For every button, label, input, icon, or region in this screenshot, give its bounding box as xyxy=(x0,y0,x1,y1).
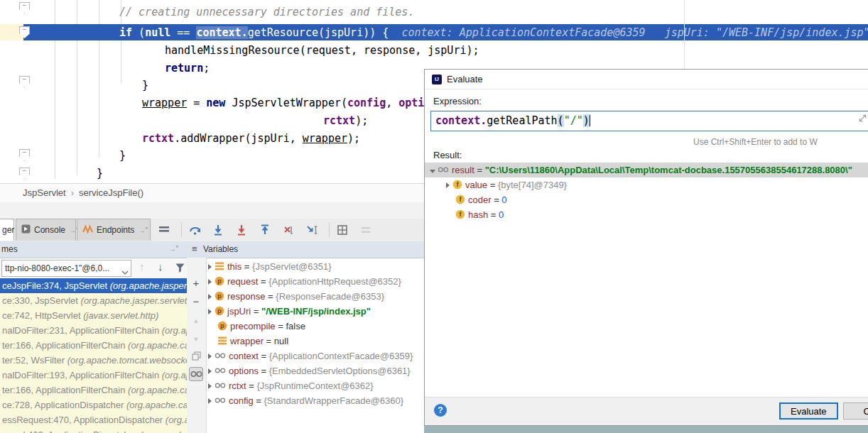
breadcrumb-item[interactable]: serviceJspFile() xyxy=(79,187,143,198)
force-step-into-icon[interactable] xyxy=(235,224,248,236)
frame-row[interactable]: essRequest:470, ApplicationDispatcher (o… xyxy=(0,412,187,427)
variable-row[interactable]: pjspUri = "/WEB-INF/jsp/index.jsp" xyxy=(207,304,424,319)
variable-row[interactable]: options = {EmbeddedServletOptions@6361} xyxy=(207,363,424,378)
expand-chevron-icon[interactable] xyxy=(208,279,212,285)
filter-icon[interactable] xyxy=(175,263,185,276)
param-icon: p xyxy=(215,291,227,302)
toolbar-separator xyxy=(181,223,182,237)
variable-row[interactable]: context = {ApplicationContextFacade@6359… xyxy=(207,349,424,363)
variable-row[interactable]: wrapper = null xyxy=(207,334,424,349)
move-up-icon[interactable]: ▲ xyxy=(189,314,203,328)
variable-row[interactable]: this = {JspServlet@6351} xyxy=(207,259,424,274)
variable-row[interactable]: config = {StandardWrapperFacade@6360} xyxy=(207,393,424,408)
code-line: if (null == context.getResource(jspUri))… xyxy=(119,25,868,40)
svg-text:p: p xyxy=(217,292,222,300)
watch-glasses-icon[interactable] xyxy=(189,367,203,381)
tab-console[interactable]: Console →″ xyxy=(16,219,76,241)
svg-text:p: p xyxy=(217,277,222,285)
expand-editor-icon[interactable] xyxy=(858,111,867,129)
result-row[interactable]: fvalue = {byte[74]@7349} xyxy=(425,177,868,192)
expand-chevron-icon[interactable] xyxy=(208,264,212,270)
tab-debugger[interactable]: ger xyxy=(0,219,14,241)
field-icon: f xyxy=(452,180,465,190)
expression-input[interactable]: context.getRealPath("/") xyxy=(430,111,868,131)
result-row[interactable]: result = "C:\Users\11860\AppData\Local\T… xyxy=(425,163,868,177)
settings-menu-icon[interactable] xyxy=(158,224,170,236)
frame-row[interactable]: rward:402, ApplicationDispatcher (org.ap… xyxy=(0,427,187,433)
field-icon: f xyxy=(455,194,468,205)
value-icon xyxy=(217,336,230,346)
variables-panel: ≡ Variables + − ▲ ▼ this = {JspServlet@6… xyxy=(187,241,424,433)
frame-row[interactable]: ce:742, HttpServlet (javax.servlet.http) xyxy=(0,308,187,323)
result-row[interactable]: fhash = 0 xyxy=(425,207,868,222)
expand-chevron-icon[interactable] xyxy=(208,368,212,374)
background-strip xyxy=(424,426,868,433)
expand-chevron-icon[interactable] xyxy=(446,182,450,188)
tab-endpoints[interactable]: Endpoints →″ xyxy=(77,219,151,241)
evaluate-dialog: IJ Evaluate Expression: context.getRealP… xyxy=(424,69,868,426)
expand-chevron-icon[interactable] xyxy=(208,309,212,314)
dialog-title-bar[interactable]: IJ Evaluate xyxy=(425,70,868,89)
watch-icon xyxy=(438,165,452,175)
panel-menu-icon[interactable]: ≡ xyxy=(192,243,197,254)
frame-row[interactable]: ter:166, ApplicationFilterChain (org.apa… xyxy=(0,338,187,353)
thread-selector-value: ttp-nio-8080-exec-1"@6,0... xyxy=(5,263,109,273)
move-down-icon[interactable]: ▼ xyxy=(189,332,203,346)
result-row[interactable]: fcoder = 0 xyxy=(425,192,868,207)
watch-icon xyxy=(215,366,229,376)
gear-icon xyxy=(857,78,868,93)
result-label: Result: xyxy=(433,150,462,160)
variable-row[interactable]: rctxt = {JspRuntimeContext@6362} xyxy=(207,378,424,393)
dialog-title: Evaluate xyxy=(447,74,483,84)
layout-icon[interactable] xyxy=(359,224,372,236)
console-icon xyxy=(21,224,31,236)
step-into-icon[interactable] xyxy=(212,224,224,236)
code-line: } xyxy=(119,148,126,163)
variables-tree: this = {JspServlet@6351}prequest = {Appl… xyxy=(207,258,424,433)
expand-chevron-icon[interactable] xyxy=(430,170,435,173)
gear-icon xyxy=(857,41,868,56)
tab-endpoints-label: Endpoints xyxy=(97,225,134,235)
down-arrow-icon[interactable]: ↓ xyxy=(158,261,163,273)
text-caret xyxy=(590,115,590,126)
expand-chevron-icon[interactable] xyxy=(208,353,212,359)
code-line: rctxt); xyxy=(323,113,368,128)
variable-row[interactable]: pprecompile = false xyxy=(207,319,424,334)
drop-frame-icon[interactable] xyxy=(282,224,295,236)
result-tree: result = "C:\Users\11860\AppData\Local\T… xyxy=(425,163,868,397)
expand-chevron-icon[interactable] xyxy=(208,294,212,300)
watches-toolbar: + − ▲ ▼ xyxy=(187,258,207,433)
frame-row[interactable]: ce:330, JspServlet (org.apache.jasper.se… xyxy=(0,293,187,308)
close-button[interactable]: Close xyxy=(843,402,868,420)
frame-row[interactable]: nalDoFilter:231, ApplicationFilterChain … xyxy=(0,323,187,338)
watch-icon xyxy=(215,380,229,391)
frame-row[interactable]: ter:52, WsFilter (org.apache.tomcat.webs… xyxy=(0,353,187,368)
frame-row[interactable]: ter:166, ApplicationFilterChain (org.apa… xyxy=(0,383,187,398)
code-line: } xyxy=(142,77,148,93)
frame-row[interactable]: ce:728, ApplicationDispatcher (org.apach… xyxy=(0,398,187,412)
step-over-icon[interactable] xyxy=(188,224,201,236)
expand-chevron-icon[interactable] xyxy=(208,383,212,389)
frame-row[interactable]: ceJspFile:374, JspServlet (org.apache.ja… xyxy=(0,278,187,293)
breadcrumb-item[interactable]: JspServlet xyxy=(23,187,66,198)
param-icon: p xyxy=(217,321,230,331)
variables-panel-title: Variables xyxy=(203,244,238,254)
remove-watch-icon[interactable]: − xyxy=(189,294,203,308)
breadcrumb-separator: › xyxy=(71,187,74,198)
help-icon[interactable]: ? xyxy=(434,404,447,417)
add-watch-icon[interactable]: + xyxy=(189,275,203,290)
chevron-down-icon xyxy=(121,265,129,277)
variable-row[interactable]: presponse = {ResponseFacade@6353} xyxy=(207,289,424,304)
duplicate-icon[interactable] xyxy=(189,349,203,363)
variable-row[interactable]: prequest = {ApplicationHttpRequest@6352} xyxy=(207,274,424,289)
expand-chevron-icon[interactable] xyxy=(208,398,212,404)
tab-debugger-label: ger xyxy=(2,225,14,235)
up-arrow-icon[interactable]: ↑ xyxy=(139,261,145,273)
frame-row[interactable]: nalDoFilter:193, ApplicationFilterChain … xyxy=(0,368,187,383)
run-to-cursor-icon[interactable] xyxy=(305,224,318,236)
evaluate-expression-icon[interactable] xyxy=(336,224,349,236)
evaluate-button[interactable]: Evaluate xyxy=(779,402,838,420)
step-out-icon[interactable] xyxy=(259,224,271,236)
thread-selector-dropdown[interactable]: ttp-nio-8080-exec-1"@6,0... xyxy=(1,260,131,277)
jump-source-icon: →″ xyxy=(138,226,148,234)
